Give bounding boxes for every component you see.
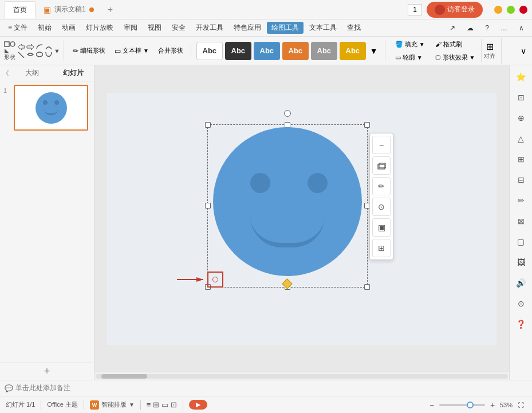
smart-layout-label[interactable]: 智能排版 (101, 400, 127, 409)
doc-tab[interactable]: ▣ 演示文稿1 (36, 1, 102, 18)
diamond-handle[interactable] (282, 278, 292, 289)
arc-shape-4[interactable] (26, 51, 34, 58)
shape-dropdown[interactable]: ▼ (54, 48, 60, 54)
view-list-btn[interactable]: ≡ (147, 400, 151, 409)
sidebar-help-btn[interactable]: ❓ (512, 315, 530, 333)
zoom-slider[interactable] (439, 404, 485, 406)
arc-shape-3[interactable] (17, 51, 25, 58)
h-scrollbar-thumb[interactable] (101, 374, 147, 379)
play-btn[interactable]: ▶ (189, 400, 207, 410)
h-scrollbar[interactable] (94, 372, 509, 380)
menu-texttool[interactable]: 文本工具 (305, 21, 341, 35)
minimize-button[interactable] (494, 6, 502, 14)
handle-tr[interactable] (364, 122, 370, 128)
float-grid-btn[interactable]: ⊞ (372, 239, 391, 257)
sidebar-pen-btn[interactable]: ✏ (512, 191, 530, 210)
menu-insert[interactable]: 动画 (57, 21, 80, 35)
login-button[interactable]: 访客登录 (427, 2, 483, 18)
close-button[interactable] (519, 6, 527, 14)
sidebar-minus-btn[interactable]: ⊟ (512, 171, 530, 189)
menu-devtools[interactable]: 特色应用 (229, 21, 266, 35)
smart-layout-arrow[interactable]: ▼ (129, 402, 135, 408)
slide-content[interactable]: − ✏ ⊙ ▣ ⊞ (107, 93, 496, 345)
toolbar-expand-btn[interactable]: ∨ (518, 44, 529, 58)
zoom-slider-thumb[interactable] (467, 402, 474, 408)
style-btn-5[interactable]: Abc (311, 42, 337, 60)
slide-item-1[interactable]: 1 (2, 84, 92, 132)
view-slide-btn[interactable]: ▭ (161, 400, 168, 409)
face-container[interactable]: − ✏ ⊙ ▣ ⊞ (213, 127, 362, 285)
tab-outline[interactable]: 大纲 (11, 65, 53, 81)
style-more-btn[interactable]: ▼ (368, 44, 380, 58)
home-tab[interactable]: 首页 (5, 1, 36, 18)
merge-shape-btn[interactable]: 合并形状 (154, 45, 187, 57)
comment-bar[interactable]: 💬 单击此处添加备注 (0, 380, 532, 396)
style-btn-1[interactable]: Abc (196, 42, 223, 60)
arrow-shape-1[interactable] (17, 44, 25, 50)
menu-file[interactable]: ≡ 文件 (3, 21, 32, 35)
style-btn-6[interactable]: Abc (340, 42, 366, 60)
float-crop-btn[interactable]: ▣ (372, 218, 391, 237)
sidebar-circle-btn[interactable]: ⊙ (512, 294, 530, 313)
float-effect-btn[interactable]: ⊙ (372, 198, 391, 216)
view-present-btn[interactable]: ⊡ (171, 400, 177, 409)
arc-shape-6[interactable] (45, 51, 53, 58)
view-grid-btn[interactable]: ⊞ (153, 400, 159, 409)
style-btn-4[interactable]: Abc (282, 42, 309, 60)
menu-search[interactable]: 查找 (342, 21, 365, 35)
sidebar-add-btn[interactable]: ⊕ (512, 109, 530, 127)
menu-help-icon[interactable]: ? (480, 22, 494, 34)
arrow-shape-2[interactable] (26, 44, 34, 50)
zoom-in-btn[interactable]: + (487, 400, 498, 410)
fullscreen-btn[interactable]: ⛶ (515, 399, 526, 411)
handle-tl[interactable] (205, 122, 211, 128)
sidebar-volume-btn[interactable]: 🔊 (512, 274, 530, 292)
menu-export-icon[interactable]: ↗ (445, 22, 460, 34)
text-box-btn[interactable]: ▭ 文本框 ▼ (111, 45, 153, 57)
arc-shape-5[interactable] (36, 51, 44, 58)
slide-preview-1[interactable] (14, 85, 88, 131)
shape-btn[interactable]: 形状 (3, 41, 16, 61)
sidebar-star-btn[interactable]: ⭐ (512, 68, 530, 86)
arc-shape-2[interactable] (45, 44, 53, 50)
menu-edit[interactable]: 初始 (33, 21, 56, 35)
menu-slideshow[interactable]: 审阅 (119, 21, 142, 35)
menu-cloud-icon[interactable]: ☁ (462, 22, 478, 34)
menu-view[interactable]: 安全 (167, 21, 190, 35)
style-btn-2[interactable]: Abc (225, 42, 251, 60)
add-slide-btn[interactable]: + (0, 363, 94, 380)
rotate-handle[interactable] (284, 110, 291, 117)
canvas-scroll[interactable]: − ✏ ⊙ ▣ ⊞ (94, 65, 509, 372)
zoom-out-btn[interactable]: − (427, 400, 437, 410)
shape-effect-btn[interactable]: ⬡ 形状效果 ▼ (431, 52, 479, 64)
sidebar-copy-btn[interactable]: ⊡ (512, 88, 530, 107)
sidebar-box-btn[interactable]: ⊠ (512, 212, 530, 230)
menu-security[interactable]: 开发工具 (191, 21, 228, 35)
float-minus-btn[interactable]: − (372, 136, 391, 154)
arc-shape-1[interactable] (36, 44, 44, 50)
h-scrollbar-track[interactable] (96, 374, 508, 379)
tab-slides[interactable]: 幻灯片 (53, 65, 94, 81)
panel-collapse-btn[interactable]: 《 (0, 66, 11, 81)
new-tab-btn[interactable]: + (102, 1, 119, 18)
maximize-button[interactable] (507, 6, 515, 14)
format-brush-btn[interactable]: 🖌 格式刷 (431, 38, 479, 50)
float-layer-btn[interactable] (372, 156, 391, 175)
menu-expand-icon[interactable]: ∧ (514, 22, 529, 34)
sidebar-triangle-btn[interactable]: △ (512, 129, 530, 148)
sidebar-grid-btn[interactable]: ⊞ (512, 150, 530, 168)
sidebar-rect-btn[interactable]: ▢ (512, 233, 530, 251)
face-shape[interactable] (213, 127, 362, 276)
fill-btn[interactable]: 🪣 填充 ▼ (391, 38, 429, 50)
handle-br[interactable] (364, 284, 370, 290)
handle-ml[interactable] (205, 203, 211, 209)
edit-shape-btn[interactable]: ✏ 编辑形状 (69, 45, 109, 57)
style-btn-3[interactable]: Abc (254, 42, 280, 60)
menu-review[interactable]: 视图 (143, 21, 166, 35)
align-btn[interactable]: ⊞ 对齐 (481, 39, 498, 62)
menu-animation[interactable]: 灯片放映 (81, 21, 118, 35)
float-edit-btn[interactable]: ✏ (372, 177, 391, 195)
outline-btn[interactable]: ▭ 轮廓 ▼ (391, 52, 429, 64)
menu-more-icon[interactable]: … (496, 22, 512, 34)
sidebar-image-btn[interactable]: 🖼 (512, 253, 530, 272)
